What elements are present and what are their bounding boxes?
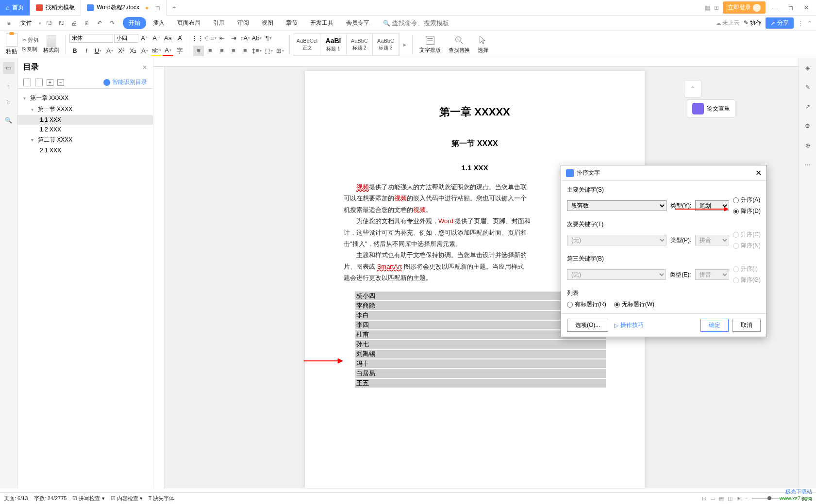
tree-item-1-1[interactable]: 1.1 XXX bbox=[17, 115, 153, 125]
tab-document[interactable]: Word教程2.docx ● ◻ bbox=[81, 0, 167, 16]
style-more-button[interactable]: ▸ bbox=[401, 41, 408, 48]
smart-toc-button[interactable]: 智能识别目录 bbox=[103, 78, 147, 86]
tab-home[interactable]: ⌂ 首页 bbox=[0, 0, 30, 16]
strikethrough-button[interactable]: A bbox=[104, 46, 115, 56]
font-size-select[interactable] bbox=[114, 34, 138, 43]
decrease-font-button[interactable]: A⁻ bbox=[151, 33, 162, 44]
rail-assistant-button[interactable]: ◈ bbox=[802, 62, 814, 74]
toggle-icon[interactable]: ▾ bbox=[23, 96, 29, 101]
decrease-indent-button[interactable]: ⇤ bbox=[216, 33, 227, 44]
float-toolbar-button[interactable]: ⌃ bbox=[684, 80, 701, 98]
rail-pen-button[interactable]: ✎ bbox=[802, 81, 814, 93]
distribute-button[interactable]: ≡ bbox=[240, 46, 250, 56]
apps-icon[interactable]: ⊞ bbox=[714, 4, 719, 11]
primary-asc-radio[interactable]: 升序(A) bbox=[733, 196, 761, 204]
rail-arrow-button[interactable]: ↗ bbox=[802, 101, 814, 113]
maximize-button[interactable]: ◻ bbox=[785, 2, 797, 14]
rail-settings-button[interactable]: ⚙ bbox=[802, 120, 814, 132]
pages-rail-button[interactable]: ▫ bbox=[3, 80, 15, 91]
zoom-out-button[interactable]: − bbox=[745, 496, 748, 502]
horizontal-ruler[interactable] bbox=[153, 58, 799, 67]
rail-shield-button[interactable]: ⊕ bbox=[802, 140, 814, 151]
sort-button[interactable]: ¶ bbox=[263, 33, 274, 44]
find-replace-button[interactable]: 查找替换 bbox=[446, 35, 473, 54]
tertiary-type-select[interactable]: 拼音 bbox=[695, 269, 729, 280]
style-normal[interactable]: AaBbCcI正文 bbox=[294, 34, 320, 55]
clear-format-button[interactable]: A̸ bbox=[174, 33, 185, 44]
outline-rail-button[interactable]: ▭ bbox=[3, 62, 15, 74]
outline-minus-button[interactable]: − bbox=[57, 79, 64, 86]
word-count[interactable]: 字数: 24/2775 bbox=[34, 495, 67, 502]
cloud-status[interactable]: ☁ 未上云 bbox=[716, 19, 740, 27]
menu-icon[interactable]: ≡ bbox=[4, 18, 14, 28]
text-direction-button[interactable]: ↕A bbox=[240, 33, 250, 44]
numbering-button[interactable]: ⋮≡ bbox=[205, 33, 216, 44]
file-menu[interactable]: 文件 bbox=[17, 18, 36, 28]
toggle-icon[interactable]: ▾ bbox=[31, 137, 37, 143]
file-dropdown-icon[interactable]: ▾ bbox=[39, 21, 41, 26]
tab-developer[interactable]: 开发工具 bbox=[304, 17, 339, 29]
align-center-button[interactable]: ≡ bbox=[205, 46, 216, 56]
tertiary-key-select[interactable]: (无) bbox=[567, 269, 666, 280]
spell-check-toggle[interactable]: ☑ 拼写检查 ▾ bbox=[72, 495, 104, 502]
save-icon[interactable]: 🖫 bbox=[44, 18, 54, 28]
select-button[interactable]: 选择 bbox=[475, 35, 491, 54]
style-heading3[interactable]: AaBbC标题 3 bbox=[373, 34, 399, 55]
tab-view[interactable]: 视图 bbox=[256, 17, 279, 29]
redo-icon[interactable]: ↷ bbox=[107, 18, 117, 28]
more-icon[interactable]: ⋮ bbox=[798, 20, 803, 27]
ok-button[interactable]: 确定 bbox=[700, 319, 729, 332]
tab-start[interactable]: 开始 bbox=[123, 17, 146, 29]
tree-item-2-1[interactable]: 2.1 XXX bbox=[17, 146, 153, 155]
undo-icon[interactable]: ↶ bbox=[95, 18, 104, 28]
tree-chapter1[interactable]: ▾第一章 XXXXX bbox=[17, 93, 153, 104]
tree-section2[interactable]: ▾第二节 XXXX bbox=[17, 134, 153, 146]
search-input[interactable] bbox=[392, 19, 450, 27]
collab-button[interactable]: ✎ 协作 bbox=[744, 19, 762, 27]
dialog-close-button[interactable]: ✕ bbox=[755, 168, 762, 178]
borders-button[interactable]: ⊞ bbox=[275, 46, 285, 56]
secondary-type-select[interactable]: 拼音 bbox=[695, 235, 729, 245]
view-mode-3[interactable]: ▤ bbox=[719, 495, 724, 502]
tab-member[interactable]: 会员专享 bbox=[340, 17, 375, 29]
no-header-radio[interactable]: 无标题行(W) bbox=[614, 300, 654, 309]
phonetic-button[interactable]: 字 bbox=[174, 46, 185, 56]
tab-page-layout[interactable]: 页面布局 bbox=[171, 17, 206, 29]
has-header-radio[interactable]: 有标题行(R) bbox=[567, 300, 606, 309]
tab-close-button[interactable]: ◻ bbox=[155, 4, 160, 11]
rail-more-button[interactable]: ⋯ bbox=[802, 159, 814, 171]
tab-references[interactable]: 引用 bbox=[207, 17, 231, 29]
increase-font-button[interactable]: A⁺ bbox=[139, 33, 150, 44]
view-mode-1[interactable]: ⊡ bbox=[702, 495, 706, 502]
zoom-fit-button[interactable]: ⊕ bbox=[736, 495, 741, 502]
text-effects-button[interactable]: A bbox=[139, 46, 150, 56]
cut-button[interactable]: ✂剪切 bbox=[21, 36, 39, 44]
font-color-button[interactable]: A bbox=[163, 46, 173, 56]
outline-close-button[interactable]: ✕ bbox=[142, 64, 147, 71]
secondary-key-select[interactable]: (无) bbox=[567, 235, 666, 245]
outline-expand-button[interactable] bbox=[23, 79, 31, 86]
bullets-button[interactable]: ⋮⋮ bbox=[193, 33, 204, 44]
expand-icon[interactable]: ⌃ bbox=[807, 20, 812, 27]
increase-indent-button[interactable]: ⇥ bbox=[228, 33, 239, 44]
options-button[interactable]: 选项(O)... bbox=[567, 319, 608, 332]
align-right-button[interactable]: ≡ bbox=[216, 46, 227, 56]
format-painter-button[interactable]: 格式刷 bbox=[41, 35, 61, 54]
page-indicator[interactable]: 页面: 6/13 bbox=[4, 495, 28, 502]
command-search[interactable]: 🔍 bbox=[383, 19, 450, 27]
grid-icon[interactable]: ▦ bbox=[705, 4, 710, 11]
bold-button[interactable]: B bbox=[69, 46, 80, 56]
line-spacing-button[interactable]: ‡≡ bbox=[251, 46, 262, 56]
tree-section1[interactable]: ▾第一节 XXXX bbox=[17, 104, 153, 115]
tab-section[interactable]: 章节 bbox=[280, 17, 303, 29]
shading-button[interactable]: ⬚ bbox=[263, 46, 274, 56]
style-heading2[interactable]: AaBbC标题 2 bbox=[347, 34, 373, 55]
char-spacing-button[interactable]: Ab bbox=[251, 33, 262, 44]
toggle-icon[interactable]: ▾ bbox=[31, 107, 37, 112]
underline-button[interactable]: U bbox=[93, 46, 103, 56]
subscript-button[interactable]: X₂ bbox=[128, 46, 138, 56]
copy-button[interactable]: ⎘复制 bbox=[21, 45, 39, 53]
content-check-toggle[interactable]: ☑ 内容检查 ▾ bbox=[111, 495, 143, 502]
bookmark-rail-button[interactable]: ⚐ bbox=[3, 97, 15, 109]
style-heading1[interactable]: AaBl标题 1 bbox=[320, 34, 347, 55]
